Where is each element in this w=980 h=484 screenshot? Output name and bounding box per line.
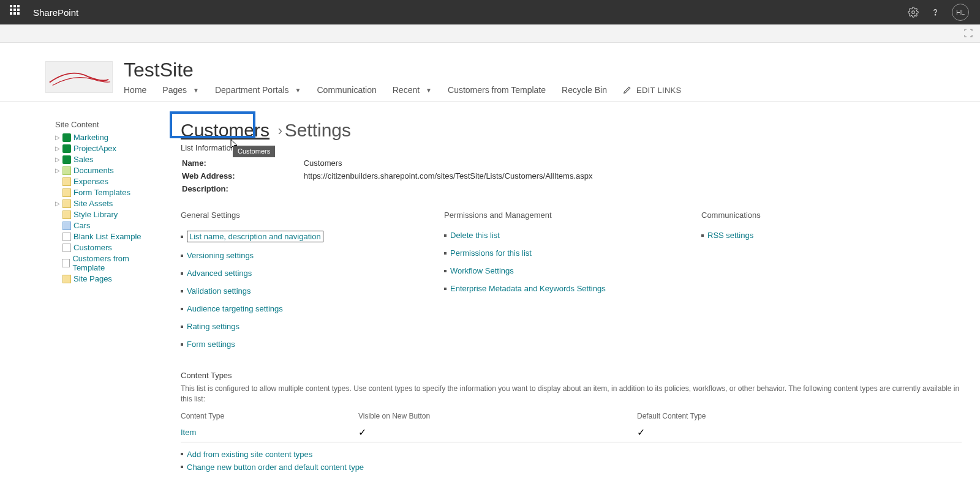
settings-link[interactable]: Advanced settings: [187, 269, 252, 278]
list-settings-content: Customers › Settings Customers List Info…: [181, 120, 962, 484]
settings-link-item: Form settings: [181, 340, 426, 349]
tree-item-label[interactable]: Documents: [74, 166, 114, 175]
settings-link-item: Permissions for this list: [444, 248, 683, 258]
nav-home[interactable]: Home: [124, 85, 146, 95]
tree-item[interactable]: ▷Marketing: [55, 133, 156, 142]
settings-link[interactable]: List name, description and navigation: [187, 231, 323, 242]
tree-item-label[interactable]: Style Library: [74, 210, 118, 219]
info-name-label: Name:: [182, 157, 303, 169]
tree-item[interactable]: Expenses: [55, 177, 156, 186]
settings-link[interactable]: Versioning settings: [187, 251, 254, 260]
tree-item[interactable]: Blank List Example: [55, 232, 156, 241]
settings-link[interactable]: Audience targeting settings: [187, 304, 283, 313]
settings-link-item: Audience targeting settings: [181, 304, 426, 313]
tree-expand-icon[interactable]: ▷: [55, 145, 60, 152]
settings-link-item: List name, description and navigation: [181, 231, 426, 242]
page-title: Settings: [285, 120, 351, 140]
tree-item[interactable]: ▷Site Assets: [55, 199, 156, 208]
bullet-icon: [444, 234, 447, 237]
tree-item-label[interactable]: Sales: [74, 155, 94, 164]
chevron-right-icon: ›: [278, 123, 282, 138]
tree-item[interactable]: ▷Documents: [55, 166, 156, 175]
settings-link[interactable]: Workflow Settings: [450, 266, 514, 275]
bullet-icon: [181, 236, 183, 238]
nav-recent[interactable]: Recent▼: [393, 85, 432, 95]
list-breadcrumb-link[interactable]: Customers: [181, 120, 270, 140]
bullet-icon: [181, 326, 183, 328]
tree-item-label[interactable]: Form Templates: [74, 188, 130, 197]
settings-link[interactable]: Delete this list: [450, 231, 500, 240]
tree-expand-icon[interactable]: ▷: [55, 167, 60, 174]
bullet-icon: [444, 252, 447, 255]
nav-recycle-bin[interactable]: Recycle Bin: [562, 85, 607, 95]
settings-link[interactable]: Enterprise Metadata and Keywords Setting…: [450, 284, 606, 293]
list-information-table: Name: Customers Web Address: https://cit…: [181, 156, 594, 196]
tree-item-label[interactable]: ProjectApex: [74, 144, 116, 153]
settings-link[interactable]: Form settings: [187, 340, 235, 349]
tree-item-label[interactable]: Blank List Example: [74, 232, 141, 241]
tree-item[interactable]: Customers: [55, 243, 156, 252]
settings-link[interactable]: Rating settings: [187, 322, 239, 331]
bullet-icon: [181, 255, 183, 257]
site-logo[interactable]: [45, 61, 113, 93]
tree-item[interactable]: Form Templates: [55, 188, 156, 197]
suite-product-name[interactable]: SharePoint: [33, 7, 78, 18]
folder-icon: [62, 275, 71, 283]
top-navigation: Home Pages▼ Department Portals▼ Communic…: [124, 85, 682, 95]
tree-item[interactable]: Cars: [55, 221, 156, 230]
ct-footer-item: Change new button order and default cont…: [181, 463, 962, 472]
tree-item[interactable]: Customers from Template: [55, 254, 156, 272]
tooltip: Customers: [233, 146, 275, 157]
tree-item[interactable]: Site Pages: [55, 274, 156, 283]
info-webaddress-value: https://citizenbuilders.sharepoint.com/s…: [304, 170, 593, 182]
site-title[interactable]: TestSite: [124, 59, 682, 81]
bullet-icon: [181, 308, 183, 310]
site-icon: [62, 155, 71, 164]
caret-down-icon: ▼: [426, 87, 432, 94]
content-type-row: Item✓✓: [181, 424, 962, 442]
tree-item-label[interactable]: Expenses: [74, 177, 108, 186]
settings-link-item: Versioning settings: [181, 251, 426, 260]
tree-item-label[interactable]: Cars: [74, 221, 90, 230]
nav-department-portals[interactable]: Department Portals▼: [215, 85, 301, 95]
settings-link[interactable]: Validation settings: [187, 286, 251, 296]
tree-item[interactable]: Style Library: [55, 210, 156, 219]
tree-expand-icon[interactable]: ▷: [55, 156, 60, 163]
settings-link-item: Delete this list: [444, 231, 683, 240]
focus-content-icon[interactable]: [963, 28, 974, 39]
content-types-heading: Content Types: [181, 371, 962, 380]
tree-item[interactable]: ▷ProjectApex: [55, 144, 156, 153]
nav-pages[interactable]: Pages▼: [162, 85, 199, 95]
ct-footer-link[interactable]: Add from existing site content types: [187, 450, 312, 459]
ct-footer-link[interactable]: Change new button order and default cont…: [187, 463, 364, 472]
tree-item-label[interactable]: Customers from Template: [72, 254, 156, 272]
nav-edit-links[interactable]: EDIT LINKS: [623, 85, 682, 95]
svg-point-0: [912, 11, 915, 14]
quick-launch-tree: Site Content ▷Marketing▷ProjectApex▷Sale…: [55, 120, 156, 484]
checkmark-icon: ✓: [358, 427, 366, 437]
communications-heading: Communications: [701, 210, 962, 220]
gear-icon[interactable]: [908, 7, 919, 18]
tree-item-label[interactable]: Marketing: [74, 133, 108, 142]
help-icon[interactable]: [930, 7, 941, 18]
bullet-icon: [181, 290, 183, 292]
tree-item[interactable]: ▷Sales: [55, 155, 156, 164]
info-description-label: Description:: [182, 183, 303, 195]
tree-item-label[interactable]: Customers: [74, 243, 112, 252]
bullet-icon: [444, 288, 447, 290]
folder-icon: [62, 188, 71, 197]
settings-link[interactable]: RSS settings: [707, 231, 753, 240]
nav-communication[interactable]: Communication: [317, 85, 376, 95]
list-icon: [62, 233, 71, 241]
tree-expand-icon[interactable]: ▷: [55, 200, 60, 207]
tree-expand-icon[interactable]: ▷: [55, 134, 60, 141]
app-launcher-icon[interactable]: [10, 5, 24, 20]
bullet-icon: [444, 270, 447, 272]
site-icon: [62, 144, 71, 153]
tree-item-label[interactable]: Site Pages: [74, 274, 112, 283]
tree-item-label[interactable]: Site Assets: [74, 199, 113, 208]
content-type-link[interactable]: Item: [181, 428, 196, 437]
user-avatar[interactable]: HL: [952, 4, 969, 21]
settings-link[interactable]: Permissions for this list: [450, 248, 532, 258]
nav-customers-from-template[interactable]: Customers from Template: [448, 85, 546, 95]
